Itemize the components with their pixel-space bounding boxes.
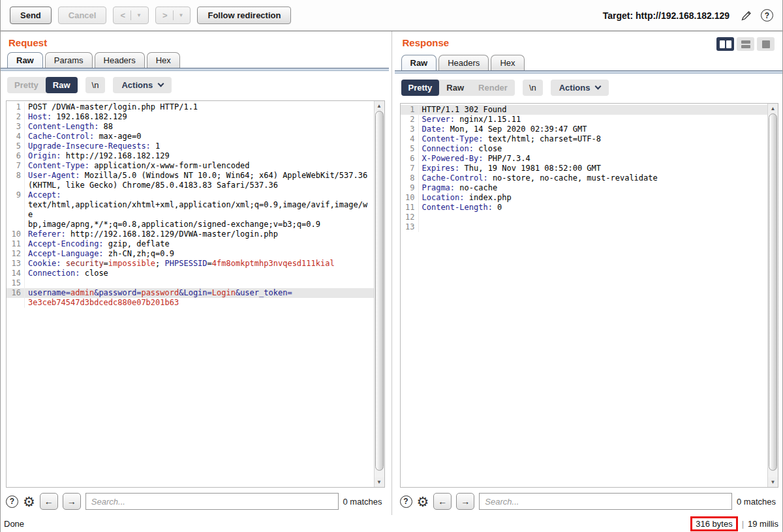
code-line[interactable]: 12Accept-Language: zh-CN,zh;q=0.9 bbox=[7, 249, 374, 259]
request-editor[interactable]: 1POST /DVWA-master/login.php HTTP/1.12Ho… bbox=[6, 100, 385, 488]
search-help-icon[interactable]: ? bbox=[6, 495, 18, 508]
tab-headers[interactable]: Headers bbox=[438, 55, 489, 70]
scroll-up-icon[interactable]: ▲ bbox=[768, 104, 778, 113]
response-scrollbar[interactable]: ▲ ▼ bbox=[767, 104, 778, 487]
search-next-button[interactable]: → bbox=[63, 493, 81, 510]
search-prev-button[interactable]: ← bbox=[40, 493, 58, 510]
code-line[interactable]: 14Connection: close bbox=[7, 269, 374, 278]
response-search-input[interactable] bbox=[479, 493, 732, 510]
line-number: 4 bbox=[401, 134, 419, 144]
newline-toggle-button[interactable]: \n bbox=[85, 77, 106, 93]
response-code[interactable]: 1HTTP/1.1 302 Found2Server: nginx/1.15.1… bbox=[401, 104, 768, 487]
code-line[interactable]: 9Accept: bbox=[7, 190, 374, 200]
scroll-up-icon[interactable]: ▲ bbox=[375, 101, 384, 111]
scroll-down-icon[interactable]: ▼ bbox=[768, 477, 778, 487]
send-button[interactable]: Send bbox=[10, 7, 52, 24]
single-layout-icon bbox=[762, 40, 770, 48]
code-line[interactable]: bp,image/apng,*/*;q=0.8,application/sign… bbox=[7, 220, 374, 229]
request-search-input[interactable] bbox=[85, 493, 339, 510]
tab-headers[interactable]: Headers bbox=[95, 52, 145, 68]
request-actions-button[interactable]: Actions bbox=[113, 77, 172, 93]
code-line[interactable]: 2Server: nginx/1.15.11 bbox=[401, 115, 768, 125]
code-line[interactable]: 7Expires: Thu, 19 Nov 1981 08:52:00 GMT bbox=[401, 164, 768, 173]
code-line[interactable]: 15 bbox=[7, 278, 374, 288]
line-content: POST /DVWA-master/login.php HTTP/1.1 bbox=[25, 102, 200, 112]
code-line[interactable]: 16username=admin&password=password&Login… bbox=[7, 288, 374, 298]
code-line[interactable]: 1POST /DVWA-master/login.php HTTP/1.1 bbox=[7, 102, 374, 112]
follow-redirection-button[interactable]: Follow redirection bbox=[197, 7, 291, 24]
rows-layout-button[interactable] bbox=[737, 37, 754, 51]
response-actions-button[interactable]: Actions bbox=[551, 80, 609, 96]
response-metrics: 316 bytes | 19 millis bbox=[690, 516, 778, 531]
code-line[interactable]: 6X-Powered-By: PHP/7.3.4 bbox=[401, 154, 768, 164]
line-number: 13 bbox=[401, 222, 419, 232]
code-line[interactable]: 3e3ceb74547d3bdcedc880e07b201b63 bbox=[7, 298, 374, 308]
line-number: 8 bbox=[401, 173, 419, 183]
view-raw-button[interactable]: Raw bbox=[46, 77, 78, 93]
search-settings-gear-icon[interactable]: ⚙ bbox=[417, 495, 429, 509]
code-line[interactable]: 4Content-Type: text/html; charset=UTF-8 bbox=[401, 134, 768, 144]
scrollbar-track[interactable] bbox=[768, 471, 778, 477]
scrollbar-track[interactable] bbox=[375, 471, 384, 477]
line-number: 13 bbox=[7, 259, 25, 269]
code-line[interactable]: 5Upgrade-Insecure-Requests: 1 bbox=[7, 141, 374, 151]
code-line[interactable]: 8Cache-Control: no-store, no-cache, must… bbox=[401, 173, 768, 183]
response-editor[interactable]: 1HTTP/1.1 302 Found2Server: nginx/1.15.1… bbox=[400, 103, 779, 488]
tab-hex[interactable]: Hex bbox=[491, 55, 524, 70]
code-line[interactable]: (KHTML, like Gecko) Chrome/85.0.4183.83 … bbox=[7, 181, 374, 190]
code-line[interactable]: 7Content-Type: application/x-www-form-ur… bbox=[7, 161, 374, 171]
newline-toggle-button[interactable]: \n bbox=[523, 80, 543, 96]
code-line[interactable]: 3Content-Length: 88 bbox=[7, 122, 374, 132]
code-line[interactable]: 6Origin: http://192.168.182.129 bbox=[7, 151, 374, 161]
code-line[interactable]: 3Date: Mon, 14 Sep 2020 02:39:47 GMT bbox=[401, 125, 768, 134]
code-line[interactable]: 4Cache-Control: max-age=0 bbox=[7, 132, 374, 141]
code-line[interactable]: text/html,application/xhtml+xml,applicat… bbox=[7, 200, 374, 220]
code-line[interactable]: 10Location: index.php bbox=[401, 193, 768, 203]
tab-raw[interactable]: Raw bbox=[401, 55, 437, 70]
code-line[interactable]: 11Content-Length: 0 bbox=[401, 203, 768, 213]
help-icon[interactable]: ? bbox=[761, 9, 773, 22]
line-number bbox=[7, 200, 25, 220]
next-request-button[interactable]: > ▼ bbox=[155, 7, 191, 24]
code-line[interactable]: 10Referer: http://192.168.182.129/DVWA-m… bbox=[7, 229, 374, 239]
code-line[interactable]: 13 bbox=[401, 222, 768, 232]
code-line[interactable]: 9Pragma: no-cache bbox=[401, 183, 768, 193]
code-line[interactable]: 5Connection: close bbox=[401, 144, 768, 154]
code-line[interactable]: 1HTTP/1.1 302 Found bbox=[401, 105, 768, 115]
view-pretty-button[interactable]: Pretty bbox=[401, 80, 440, 96]
tab-hex[interactable]: Hex bbox=[147, 52, 180, 68]
search-settings-gear-icon[interactable]: ⚙ bbox=[23, 495, 35, 509]
line-content: X-Powered-By: PHP/7.3.4 bbox=[419, 154, 533, 164]
scroll-down-icon[interactable]: ▼ bbox=[375, 477, 384, 487]
panel-split-handle[interactable] bbox=[389, 31, 395, 515]
cancel-button[interactable]: Cancel bbox=[58, 7, 107, 24]
code-line[interactable]: 13Cookie: security=impossible; PHPSESSID… bbox=[7, 259, 374, 269]
tab-raw[interactable]: Raw bbox=[7, 52, 43, 68]
response-time: 19 millis bbox=[748, 519, 778, 529]
search-next-button[interactable]: → bbox=[456, 493, 474, 510]
edit-target-pencil-icon[interactable] bbox=[739, 8, 754, 23]
actions-label: Actions bbox=[559, 83, 591, 93]
view-pretty-button[interactable]: Pretty bbox=[7, 77, 46, 93]
view-render-button[interactable]: Render bbox=[471, 80, 515, 96]
line-number: 2 bbox=[401, 115, 419, 125]
scrollbar-thumb[interactable] bbox=[375, 111, 384, 471]
request-title: Request bbox=[8, 37, 47, 48]
search-help-icon[interactable]: ? bbox=[400, 495, 412, 508]
line-content: Host: 192.168.182.129 bbox=[25, 112, 130, 122]
divider bbox=[173, 10, 174, 20]
line-number: 8 bbox=[7, 171, 25, 181]
previous-request-button[interactable]: < ▼ bbox=[113, 7, 149, 24]
request-scrollbar[interactable]: ▲ ▼ bbox=[374, 101, 384, 487]
code-line[interactable]: 8User-Agent: Mozilla/5.0 (Windows NT 10.… bbox=[7, 171, 374, 181]
code-line[interactable]: 12 bbox=[401, 213, 768, 222]
code-line[interactable]: 2Host: 192.168.182.129 bbox=[7, 112, 374, 122]
scrollbar-thumb[interactable] bbox=[769, 113, 777, 471]
search-prev-button[interactable]: ← bbox=[433, 493, 452, 510]
request-code[interactable]: 1POST /DVWA-master/login.php HTTP/1.12Ho… bbox=[7, 101, 374, 487]
view-raw-button[interactable]: Raw bbox=[439, 80, 471, 96]
tab-params[interactable]: Params bbox=[45, 52, 93, 68]
single-layout-button[interactable] bbox=[757, 37, 775, 51]
columns-layout-button[interactable] bbox=[716, 37, 734, 51]
code-line[interactable]: 11Accept-Encoding: gzip, deflate bbox=[7, 239, 374, 249]
